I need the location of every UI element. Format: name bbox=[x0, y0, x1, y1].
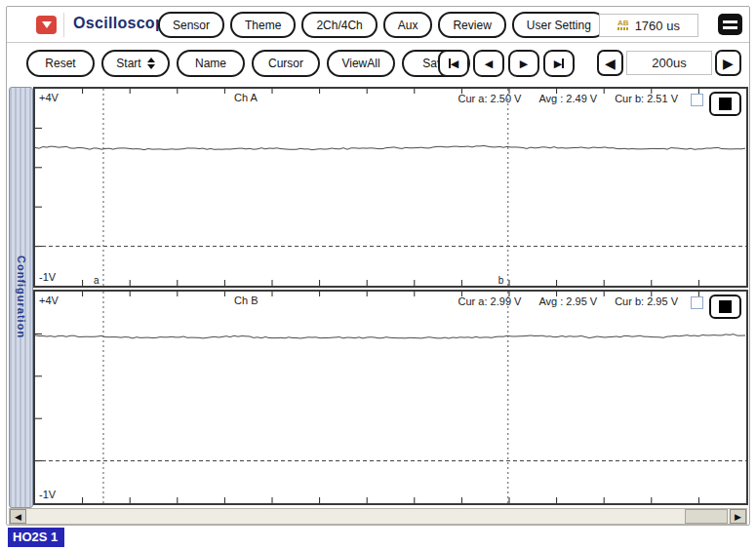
spinner-icon bbox=[147, 58, 155, 69]
cursor-a-readout: Cur a: 2.50 V bbox=[458, 93, 522, 104]
channel-checkbox[interactable] bbox=[691, 94, 703, 106]
control-toolbar: Reset Start Name Cursor ViewAll Save ◀ ◀… bbox=[7, 44, 749, 82]
channel-checkbox[interactable] bbox=[691, 296, 703, 309]
step-back-button[interactable]: ◀ bbox=[473, 50, 504, 77]
cursor-readouts: Cur a: 2.99 V Avg : 2.95 V Cur b: 2.95 V bbox=[458, 295, 678, 307]
theme-button[interactable]: Theme bbox=[230, 12, 296, 38]
top-toolbar: Oscilloscope Sensor Theme 2Ch/4Ch Aux Re… bbox=[7, 7, 749, 43]
cursor-a-readout: Cur a: 2.99 V bbox=[458, 295, 522, 307]
y-max-label: +4V bbox=[39, 295, 59, 306]
hamburger-menu-icon[interactable] bbox=[718, 14, 742, 35]
step-forward-button[interactable]: ▶ bbox=[508, 50, 539, 77]
user-setting-button[interactable]: User Setting bbox=[512, 12, 606, 38]
y-max-label: +4V bbox=[39, 92, 59, 103]
channel-display-button[interactable] bbox=[709, 92, 741, 116]
y-min-label: -1V bbox=[39, 271, 56, 283]
channel-title: Ch A bbox=[234, 92, 258, 103]
skip-to-start-button[interactable]: ◀ bbox=[438, 50, 469, 77]
cursor-b-readout: Cur b: 2.95 V bbox=[615, 295, 678, 307]
horizontal-scrollbar[interactable]: ◀ ▶ bbox=[9, 508, 747, 525]
chevron-down-icon bbox=[42, 21, 52, 28]
cursor-b-readout: Cur b: 2.51 V bbox=[615, 93, 678, 104]
average-readout: Avg : 2.49 V bbox=[538, 93, 597, 104]
start-button[interactable]: Start bbox=[101, 50, 170, 77]
scrollbar-thumb[interactable] bbox=[685, 509, 728, 524]
channel-mode-button[interactable]: 2Ch/4Ch bbox=[301, 12, 377, 38]
scope-panel-ch-a: +4V -1V Ch A Cur a: 2.50 V Avg : 2.49 V … bbox=[33, 87, 748, 288]
cursor-readouts: Cur a: 2.50 V Avg : 2.49 V Cur b: 2.51 V bbox=[458, 93, 678, 104]
cursor-b-marker[interactable]: b bbox=[498, 275, 504, 286]
top-button-group: Sensor Theme 2Ch/4Ch Aux Review User Set… bbox=[158, 12, 606, 38]
scope-panel-ch-b: +4V -1V Ch B Cur a: 2.99 V Avg : 2.95 V … bbox=[33, 290, 748, 505]
title-divider bbox=[63, 13, 64, 37]
control-button-group: Reset Start Name Cursor ViewAll Save bbox=[26, 50, 470, 77]
scroll-right-button[interactable]: ▶ bbox=[730, 509, 746, 524]
playback-nav-group: ◀ ◀ ▶ ▶ bbox=[438, 50, 575, 77]
sidebar-label: Configuration bbox=[16, 255, 27, 338]
timebase-increase-button[interactable]: ▶ bbox=[715, 50, 741, 76]
channel-display-button[interactable] bbox=[709, 295, 741, 319]
reset-button[interactable]: Reset bbox=[26, 50, 95, 77]
configuration-sidebar-tab[interactable]: Configuration bbox=[9, 87, 33, 508]
viewall-button[interactable]: ViewAll bbox=[327, 50, 395, 77]
scroll-left-button[interactable]: ◀ bbox=[10, 509, 26, 524]
skip-to-end-button[interactable]: ▶ bbox=[543, 50, 575, 77]
timebase-group: ◀ 200us ▶ bbox=[597, 50, 741, 76]
cursor-delta-value: 1760 us bbox=[635, 19, 680, 33]
timebase-decrease-button[interactable]: ◀ bbox=[597, 50, 623, 76]
footer-tab-ho2s1[interactable]: HO2S 1 bbox=[8, 528, 64, 547]
cursor-a-marker[interactable]: a bbox=[94, 275, 99, 286]
review-button[interactable]: Review bbox=[438, 12, 505, 38]
channel-title: Ch B bbox=[234, 295, 258, 306]
timebase-value[interactable]: 200us bbox=[626, 51, 712, 75]
waveform-plot-ch-b bbox=[35, 292, 746, 503]
sensor-button[interactable]: Sensor bbox=[158, 12, 224, 38]
y-min-label: -1V bbox=[39, 489, 56, 500]
app-menu-icon[interactable] bbox=[36, 16, 57, 34]
aux-button[interactable]: Aux bbox=[383, 12, 433, 38]
ab-cursors-icon: AB bbox=[617, 20, 629, 30]
oscilloscope-window: Oscilloscope Sensor Theme 2Ch/4Ch Aux Re… bbox=[6, 6, 750, 526]
average-readout: Avg : 2.95 V bbox=[538, 295, 597, 307]
name-button[interactable]: Name bbox=[177, 50, 245, 77]
cursor-delta-display: AB 1760 us bbox=[599, 14, 698, 37]
waveform-plot-ch-a bbox=[35, 89, 746, 286]
cursor-button[interactable]: Cursor bbox=[252, 50, 320, 77]
